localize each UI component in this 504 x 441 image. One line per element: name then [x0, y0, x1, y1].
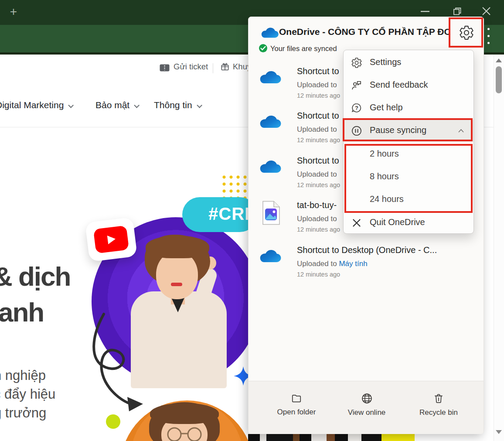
menu-item-settings[interactable]: Settings: [344, 52, 473, 74]
lime-dot: [106, 414, 120, 429]
glasses-icon: [160, 427, 209, 441]
onedrive-context-menu: Settings Send feedback ? Get help Pause …: [343, 50, 474, 234]
hero-subtext-line1: n nghiệp: [0, 368, 46, 383]
presenter-face: [156, 251, 198, 299]
scroll-up-arrow[interactable]: [496, 58, 502, 62]
menu-item-get-help[interactable]: ? Get help: [344, 97, 473, 119]
file-title: Shortcut to: [297, 111, 339, 121]
close-icon: [481, 6, 491, 16]
file-timestamp: 12 minutes ago: [297, 181, 340, 188]
file-timestamp: 12 minutes ago: [297, 226, 340, 233]
chevron-down-icon: [197, 103, 202, 108]
file-timestamp: 12 minutes ago: [297, 137, 340, 144]
menu-item-pause-syncing[interactable]: Pause syncing: [344, 120, 473, 142]
gear-icon: [459, 25, 474, 41]
file-timestamp: 12 minutes ago: [297, 271, 340, 278]
onedrive-popup: OneDrive - CÔNG TY CỔ PHẦN TẬP ĐO... You…: [248, 17, 484, 434]
settings-gear-button[interactable]: [459, 25, 474, 41]
presenter-bangs: [146, 236, 209, 258]
file-title: tat-bo-tuy-: [297, 200, 337, 210]
file-subtitle: Uploaded to Máy tính: [297, 260, 368, 268]
ticket-icon: [160, 64, 170, 72]
restore-button[interactable]: [452, 6, 463, 17]
feedback-icon: [351, 80, 362, 91]
chevron-down-icon: [68, 103, 74, 108]
onedrive-title: OneDrive - CÔNG TY CỔ PHẦN TẬP ĐO...: [279, 27, 449, 37]
youtube-card: [85, 217, 137, 262]
help-icon: ?: [351, 103, 362, 114]
pause-option-24-hours[interactable]: 24 hours: [344, 189, 473, 211]
file-timestamp: 12 minutes ago: [297, 92, 340, 99]
nav-item-bao-mat[interactable]: Bảo mật: [95, 100, 138, 110]
file-subtitle: Uploaded to: [297, 170, 337, 179]
popup-footer: Open folder View online Recycle bin: [249, 381, 484, 434]
minimize-icon: [420, 10, 430, 12]
onedrive-cloud-icon: [258, 70, 282, 85]
file-subtitle: Uploaded to: [297, 215, 337, 223]
hero-subtext-line2: c đẩy hiệu: [0, 386, 55, 402]
pause-option-2-hours[interactable]: 2 hours: [344, 144, 473, 165]
hero-subtext-line3: g trưởng: [0, 405, 46, 421]
file-title: Shortcut to: [297, 156, 339, 166]
browser-menu-button[interactable]: [487, 28, 490, 49]
scrollbar-thumb[interactable]: [496, 66, 502, 93]
quit-x-icon: [351, 217, 362, 229]
restore-icon: [452, 6, 463, 17]
view-online-button[interactable]: View online: [336, 393, 397, 417]
youtube-icon: [93, 226, 129, 254]
svg-text:?: ?: [355, 105, 358, 111]
scroll-down-arrow[interactable]: [496, 430, 502, 434]
curly-arrow: [88, 311, 153, 412]
send-ticket-link[interactable]: Gửi ticket: [174, 62, 208, 72]
onedrive-cloud-icon: [258, 249, 282, 263]
new-tab-button[interactable]: +: [5, 3, 22, 20]
screen: { "browser": { "new_tab_label": "+" }, "…: [0, 0, 504, 441]
onedrive-logo: [260, 27, 279, 39]
synced-check-icon: [259, 44, 267, 52]
globe-icon: [361, 393, 373, 404]
file-subtitle: Uploaded to: [297, 81, 337, 89]
scrollbar-track[interactable]: [494, 55, 504, 441]
sync-status: Your files are synced: [270, 44, 337, 53]
crm-badge: #CRM: [182, 197, 257, 232]
bottom-photo-strip: [248, 434, 415, 441]
hero-heading-line1: & dịch: [0, 261, 70, 292]
file-subtitle: Uploaded to: [297, 125, 337, 134]
chevron-down-icon: [134, 103, 140, 108]
play-icon: [107, 235, 116, 244]
image-file-icon: [262, 200, 281, 226]
file-location-link[interactable]: Máy tính: [339, 260, 367, 268]
menu-item-send-feedback[interactable]: Send feedback: [344, 75, 473, 96]
nav-item-digital-marketing[interactable]: Digital Marketing: [0, 100, 72, 110]
pause-icon: [351, 125, 362, 137]
gift-icon: [220, 62, 230, 72]
folder-icon: [290, 393, 303, 404]
file-title: Shortcut to Desktop (OneDrive - C...: [297, 245, 437, 255]
pause-option-8-hours[interactable]: 8 hours: [344, 166, 473, 188]
recycle-bin-button[interactable]: Recycle bin: [408, 393, 469, 417]
open-folder-button[interactable]: Open folder: [266, 393, 327, 417]
hero-heading-line2: anh: [0, 297, 44, 328]
onedrive-cloud-icon: [258, 159, 282, 174]
presenter-lips: [171, 283, 182, 286]
gear-icon: [351, 57, 362, 68]
close-button[interactable]: [481, 6, 491, 16]
trash-icon: [433, 393, 444, 404]
onedrive-cloud-icon: [258, 114, 282, 129]
utility-divider: [213, 63, 213, 73]
nav-item-thong-tin[interactable]: Thông tin: [154, 100, 201, 110]
kebab-menu-icon: [487, 28, 490, 30]
menu-item-quit-onedrive[interactable]: Quit OneDrive: [344, 212, 473, 232]
file-row[interactable]: Shortcut to Desktop (OneDrive - C... Upl…: [249, 245, 484, 284]
presenter2-bangs: [150, 403, 219, 424]
file-title: Shortcut to: [297, 66, 339, 76]
chevron-up-icon: [458, 129, 464, 133]
minimize-button[interactable]: [420, 10, 430, 12]
